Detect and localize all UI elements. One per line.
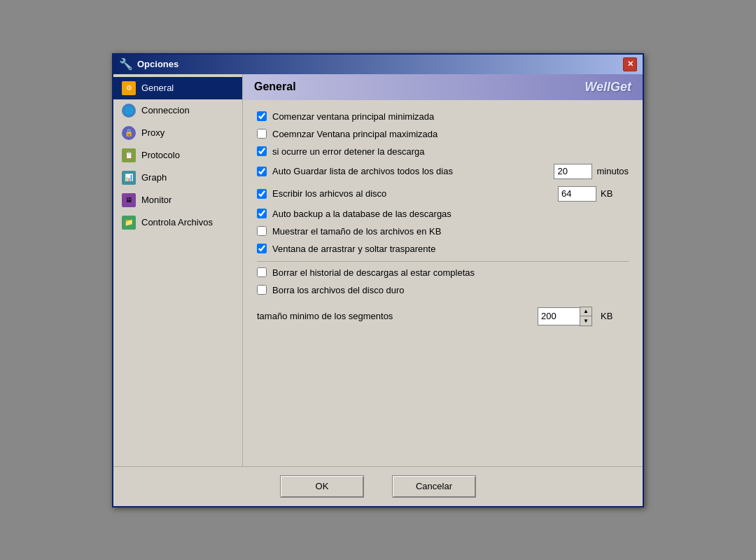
controla-icon: 📁 — [122, 216, 136, 230]
sidebar-label-protocolo: Protocolo — [141, 150, 180, 160]
sidebar-item-controla[interactable]: 📁 Controla Archivos — [113, 211, 242, 234]
window-icon: 🔧 — [119, 57, 133, 71]
unit-opt4: minutos — [596, 166, 629, 176]
content-title: General — [254, 80, 296, 93]
label-opt5: Escribir los arhicvos al disco — [272, 188, 386, 199]
label-opt10: Borra los archivos del disco duro — [272, 285, 405, 295]
cancel-button[interactable]: Cancelar — [392, 475, 476, 498]
checkbox-opt8[interactable] — [257, 244, 267, 253]
sidebar-label-conneccion: Conneccion — [141, 105, 190, 115]
main-content: ⚙ General 🌐 Conneccion 🔒 Proxy 📋 Protoco… — [113, 74, 643, 466]
general-icon: ⚙ — [122, 81, 136, 95]
sidebar-label-monitor: Monitor — [141, 195, 172, 205]
segment-input[interactable] — [538, 307, 580, 326]
label-opt1: Comenzar ventana principal minimizada — [272, 111, 434, 122]
label-opt2: Coemnzar Ventana principal maximizada — [272, 129, 438, 139]
content-body: Comenzar ventana principal minimizada Co… — [243, 100, 643, 466]
input-opt4[interactable] — [554, 164, 592, 179]
window-body: ⚙ General 🌐 Conneccion 🔒 Proxy 📋 Protoco… — [113, 74, 643, 506]
option-row-2: Coemnzar Ventana principal maximizada — [257, 129, 629, 139]
sidebar-item-protocolo[interactable]: 📋 Protocolo — [113, 144, 242, 167]
option-row-5: Escribir los arhicvos al disco KB — [257, 186, 629, 202]
input-opt5[interactable] — [558, 186, 596, 202]
sidebar-item-conneccion[interactable]: 🌐 Conneccion — [113, 99, 242, 122]
conn-icon: 🌐 — [122, 104, 136, 118]
sidebar-item-monitor[interactable]: 🖥 Monitor — [113, 189, 242, 211]
input-group-opt4: minutos — [554, 164, 629, 179]
ok-button[interactable]: OK — [280, 475, 364, 498]
unit-opt5: KB — [601, 188, 629, 199]
option-row-3: si ocurre un error detener la descarga — [257, 146, 629, 157]
close-button[interactable]: ✕ — [623, 57, 637, 71]
graph-icon: 📊 — [122, 171, 136, 185]
checkbox-opt6[interactable] — [257, 209, 267, 218]
segment-label: tamaño minimo de los segmentos — [257, 311, 393, 321]
option-row-9: Borrar el historial de descargas al esta… — [257, 267, 629, 278]
label-opt7: Muestrar el tamaño de los archivos en KB — [272, 226, 441, 237]
label-opt3: si ocurre un error detener la descarga — [272, 146, 425, 157]
title-bar-left: 🔧 Opciones — [119, 57, 178, 71]
spinner-up-button[interactable]: ▲ — [580, 307, 592, 316]
content-header: General WellGet — [243, 74, 643, 100]
sidebar-label-general: General — [141, 83, 174, 93]
option-row-4: Auto Guardar lista de archivos todos los… — [257, 164, 629, 179]
content-area: General WellGet Comenzar ventana princip… — [243, 74, 643, 466]
option-row-1: Comenzar ventana principal minimizada — [257, 111, 629, 122]
segment-unit: KB — [601, 311, 629, 321]
checkbox-opt9[interactable] — [257, 267, 267, 277]
proxy-icon: 🔒 — [122, 126, 136, 140]
input-group-opt5: KB — [558, 186, 629, 202]
checkbox-opt5[interactable] — [257, 189, 267, 199]
spinner-group: ▲ ▼ — [538, 307, 592, 326]
separator-1 — [257, 261, 629, 262]
checkbox-opt7[interactable] — [257, 226, 267, 236]
window-title: Opciones — [137, 59, 178, 69]
footer: OK Cancelar — [113, 466, 643, 506]
checkbox-opt10[interactable] — [257, 285, 267, 295]
checkbox-opt4[interactable] — [257, 167, 267, 176]
label-opt4: Auto Guardar lista de archivos todos los… — [272, 166, 453, 176]
checkbox-opt2[interactable] — [257, 129, 267, 139]
option-row-8: Ventana de arrastrar y soltar trasparent… — [257, 244, 629, 254]
spinner-buttons: ▲ ▼ — [580, 307, 592, 326]
brand-label: WellGet — [584, 80, 631, 94]
sidebar-label-controla: Controla Archivos — [141, 217, 213, 227]
option-row-6: Auto backup a la database de las descarg… — [257, 209, 629, 219]
sidebar-label-graph: Graph — [141, 172, 167, 183]
protocolo-icon: 📋 — [122, 148, 136, 162]
main-window: 🔧 Opciones ✕ ⚙ General 🌐 Conneccion 🔒 Pr… — [112, 53, 644, 507]
sidebar-label-proxy: Proxy — [141, 127, 164, 138]
label-opt6: Auto backup a la database de las descarg… — [272, 209, 451, 219]
option-row-10: Borra los archivos del disco duro — [257, 285, 629, 295]
title-bar: 🔧 Opciones ✕ — [113, 55, 643, 74]
sidebar: ⚙ General 🌐 Conneccion 🔒 Proxy 📋 Protoco… — [113, 74, 243, 466]
checkbox-opt3[interactable] — [257, 146, 267, 156]
sidebar-item-general[interactable]: ⚙ General — [113, 77, 242, 99]
monitor-icon: 🖥 — [122, 193, 136, 207]
sidebar-item-graph[interactable]: 📊 Graph — [113, 167, 242, 189]
sidebar-item-proxy[interactable]: 🔒 Proxy — [113, 122, 242, 144]
label-opt8: Ventana de arrastrar y soltar trasparent… — [272, 244, 435, 254]
checkbox-opt1[interactable] — [257, 111, 267, 121]
label-opt9: Borrar el historial de descargas al esta… — [272, 267, 475, 278]
spinner-down-button[interactable]: ▼ — [580, 316, 592, 326]
option-row-7: Muestrar el tamaño de los archivos en KB — [257, 226, 629, 237]
segment-row: tamaño minimo de los segmentos ▲ ▼ KB — [257, 307, 629, 326]
